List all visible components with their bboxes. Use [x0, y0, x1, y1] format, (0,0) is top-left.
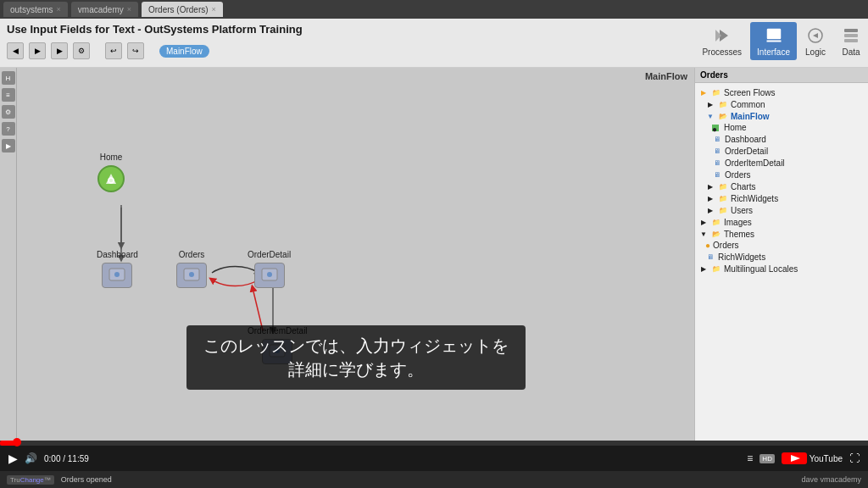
node-orders-label: Orders [179, 250, 205, 259]
volume-button[interactable]: 🔊 [25, 452, 37, 464]
processes-button[interactable]: Processes [695, 22, 748, 60]
node-dashboard[interactable]: Dashboard [97, 250, 138, 288]
tree-label: Screen Flows [724, 88, 776, 97]
themes-folder-icon: 📂 [711, 229, 721, 239]
tab-label: outsystems [10, 5, 53, 14]
content-area: H ≡ ⚙ ? ▶ MainFlow [0, 68, 868, 441]
expand-icon: ▶ [705, 99, 715, 109]
tree-item-orders[interactable]: 🖥 Orders [698, 169, 865, 180]
status-left: TruChange™ Orders opened [7, 475, 112, 485]
tab-close-icon[interactable]: × [127, 5, 131, 14]
tree-item-themes[interactable]: ▼ 📂 Themes [698, 228, 865, 240]
node-home[interactable]: Home [97, 152, 125, 192]
tree-label: MainFlow [731, 112, 770, 121]
tree-item-orderdetail[interactable]: 🖥 OrderDetail [698, 145, 865, 157]
home-dot: ● [712, 125, 719, 131]
redo-button[interactable]: ↪ [127, 42, 144, 59]
breadcrumb[interactable]: MainFlow [159, 45, 209, 58]
tree-label: Common [731, 100, 765, 109]
interface-button[interactable]: Interface [750, 22, 797, 60]
tree-label: Multilingual Locales [724, 264, 798, 274]
fullscreen-button[interactable]: ⛶ [849, 452, 860, 464]
richwidgets-folder-icon: 📁 [718, 193, 728, 203]
tree-label: Themes [724, 230, 754, 239]
logic-icon [805, 25, 826, 46]
main-canvas[interactable]: MainFlow [17, 68, 694, 441]
tree-item-charts[interactable]: ▶ 📁 Charts [698, 180, 865, 192]
expand-icon: ▶ [705, 193, 715, 203]
multilingual-folder-icon: 📁 [711, 263, 721, 274]
orders-dot: ● [705, 241, 710, 250]
flow-label: MainFlow [645, 71, 687, 81]
expand-icon: ▶ [698, 217, 709, 227]
back-button[interactable]: ◀ [7, 42, 24, 59]
ide-toolbar: Use Input Fields for Text - OutSystems P… [0, 19, 868, 68]
browser-tab-bar: outsystems × vmacademy × Orders (Orders)… [0, 0, 868, 19]
tab-vmacademy[interactable]: vmacademy × [71, 2, 138, 17]
expand-icon: ▶ [698, 263, 709, 274]
tree-label: RichWidgets [718, 252, 765, 262]
expand-icon: ▼ [698, 229, 709, 239]
tree-item-richwidgets-theme[interactable]: 🖥 RichWidgets [698, 251, 865, 263]
play-button[interactable]: ▶ [8, 452, 18, 465]
tab-label: Orders (Orders) [148, 5, 209, 14]
tree-label: Home [724, 123, 747, 132]
tree-item-users[interactable]: ▶ 📁 Users [698, 204, 865, 216]
tab-orders[interactable]: Orders (Orders) × [142, 2, 223, 17]
tree-item-home[interactable]: ● Home [698, 122, 865, 133]
left-sidebar: H ≡ ⚙ ? ▶ [0, 68, 17, 441]
expand-icon: ▼ [705, 111, 715, 121]
sidebar-icon-5[interactable]: ▶ [2, 139, 15, 152]
hd-badge: HD [760, 454, 775, 463]
tree-item-dashboard[interactable]: 🖥 Dashboard [698, 133, 865, 145]
progress-bar[interactable] [0, 441, 868, 446]
captions-button[interactable]: ≡ [747, 452, 753, 464]
node-orders[interactable]: Orders [176, 250, 207, 288]
tree-label: Dashboard [725, 135, 766, 144]
page-icon: 🖥 [705, 252, 715, 262]
tree-label: Orders [725, 170, 751, 180]
sidebar-icon-3[interactable]: ⚙ [2, 105, 15, 119]
data-button[interactable]: Data [834, 22, 868, 60]
undo-button[interactable]: ↩ [105, 42, 122, 59]
tree-label: OrderItemDetail [725, 158, 785, 168]
common-folder-icon: 📁 [718, 99, 728, 109]
forward-button[interactable]: ▶ [29, 42, 46, 59]
folder-icon: ▶ [698, 87, 709, 97]
orderdetail-icon [254, 263, 285, 288]
users-folder-icon: 📁 [718, 205, 728, 215]
video-controls: ▶ 🔊 0:00 / 11:59 ≡ HD YouTube ⛶ [0, 441, 868, 471]
mainflow-folder-icon: 📂 [718, 111, 728, 121]
top-buttons: Processes Interface Logic Data [695, 19, 868, 68]
sidebar-icon-1[interactable]: H [2, 71, 15, 85]
tree-item-common[interactable]: ▶ 📁 Common [698, 98, 865, 110]
svg-rect-5 [844, 29, 858, 32]
home-start-icon [97, 165, 125, 192]
subtitle-box: このレッスンでは、入力ウィジェットを 詳細に学びます。 [186, 325, 526, 390]
tree-item-images[interactable]: ▶ 📁 Images [698, 216, 865, 228]
sidebar-icon-4[interactable]: ? [2, 122, 15, 136]
tree-area[interactable]: ▶ 📁 Screen Flows ▶ 📁 Common ▼ 📂 MainFlow [695, 83, 868, 441]
screenflows-folder-icon: 📁 [711, 87, 721, 97]
tab-label: vmacademy [78, 5, 124, 14]
node-orderdetail[interactable]: OrderDetail [248, 250, 291, 288]
sidebar-icon-2[interactable]: ≡ [2, 88, 15, 102]
tree-item-mainflow[interactable]: ▼ 📂 MainFlow [698, 110, 865, 122]
tree-item-orders-theme[interactable]: ● Orders [698, 240, 865, 251]
tree-item-richwidgets[interactable]: ▶ 📁 RichWidgets [698, 192, 865, 204]
tree-label: RichWidgets [731, 194, 778, 203]
tree-item-screenflows[interactable]: ▶ 📁 Screen Flows [698, 86, 865, 98]
tree-item-orderitemdetail[interactable]: 🖥 OrderItemDetail [698, 157, 865, 169]
node-orderdetail-label: OrderDetail [248, 250, 291, 259]
run-button[interactable]: ▶ [51, 42, 68, 59]
svg-rect-6 [844, 34, 858, 37]
tab-outsystems[interactable]: outsystems × [3, 2, 68, 17]
tree-label: OrderDetail [725, 147, 768, 156]
tab-close-icon[interactable]: × [212, 5, 216, 14]
svg-point-17 [267, 272, 272, 277]
settings-button[interactable]: ⚙ [73, 42, 90, 59]
tab-close-icon[interactable]: × [57, 5, 61, 14]
logic-button[interactable]: Logic [798, 22, 832, 60]
page-icon: 🖥 [712, 146, 722, 156]
tree-item-multilingual[interactable]: ▶ 📁 Multilingual Locales [698, 263, 865, 274]
